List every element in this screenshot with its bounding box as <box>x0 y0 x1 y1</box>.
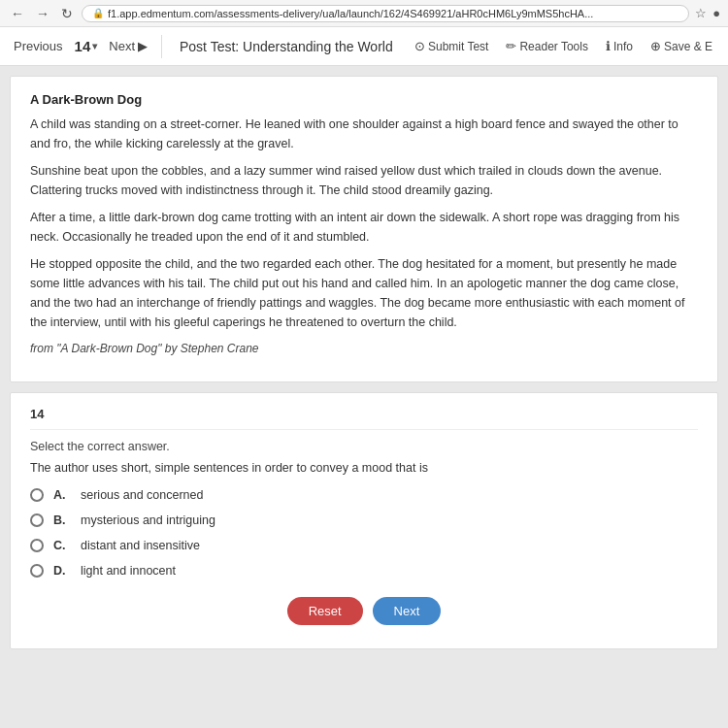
main-content: A Dark-Brown Dog A child was standing on… <box>0 66 728 728</box>
next-button[interactable]: Next ▶ <box>105 37 151 55</box>
address-bar[interactable]: 🔒 f1.app.edmentum.com/assessments-delive… <box>82 5 689 22</box>
answer-option-a[interactable]: A. serious and concerned <box>30 488 698 502</box>
answer-option-c[interactable]: C. distant and insensitive <box>30 539 698 552</box>
radio-b[interactable] <box>30 513 44 527</box>
previous-button[interactable]: Previous <box>10 37 67 55</box>
divider-1 <box>161 35 162 58</box>
toolbar: Previous 14 ▾ Next ▶ Post Test: Understa… <box>0 27 728 66</box>
action-buttons: Reset Next <box>30 597 698 635</box>
option-letter-c: C. <box>53 539 71 552</box>
option-letter-b: B. <box>53 513 71 527</box>
info-icon: ℹ <box>606 39 611 53</box>
passage-paragraph-3: After a time, a little dark-brown dog ca… <box>30 208 698 247</box>
bookmark-icon[interactable]: ☆ <box>695 6 707 20</box>
question-number-display: 14 ▾ <box>75 38 98 54</box>
option-text-d: light and innocent <box>81 564 176 578</box>
passage-paragraph-4: He stopped opposite the child, and the t… <box>30 254 698 332</box>
info-label: Info <box>613 40 633 53</box>
url-text: f1.app.edmentum.com/assessments-delivery… <box>108 8 678 19</box>
reader-tools-button[interactable]: ✏ Reader Tools <box>500 37 594 55</box>
radio-c[interactable] <box>30 539 44 552</box>
passage-paragraph-1: A child was standing on a street-corner.… <box>30 115 698 153</box>
question-prompt: The author uses short, simple sentences … <box>30 461 698 475</box>
option-text-a: serious and concerned <box>81 488 203 502</box>
question-number-label: 14 <box>30 407 698 430</box>
option-letter-a: A. <box>53 488 71 502</box>
radio-d[interactable] <box>30 564 44 578</box>
save-icon: ⊕ <box>650 39 661 53</box>
reader-icon: ✏ <box>506 39 516 53</box>
next-arrow-icon: ▶ <box>138 39 148 53</box>
save-button[interactable]: ⊕ Save & E <box>645 37 718 55</box>
answer-option-d[interactable]: D. light and innocent <box>30 564 698 578</box>
next-label: Next <box>109 39 135 53</box>
passage-card: A Dark-Brown Dog A child was standing on… <box>10 76 718 382</box>
answer-option-b[interactable]: B. mysterious and intriguing <box>30 513 698 527</box>
option-text-c: distant and insensitive <box>81 539 200 552</box>
toolbar-right: ⊙ Submit Test ✏ Reader Tools ℹ Info ⊕ Sa… <box>409 37 718 55</box>
lock-icon: 🔒 <box>92 8 104 18</box>
reload-button[interactable]: ↻ <box>58 6 76 21</box>
question-num-value: 14 <box>75 38 91 54</box>
browser-icons: ☆ ● <box>695 6 720 20</box>
question-instruction: Select the correct answer. <box>30 440 698 453</box>
back-button[interactable]: ← <box>8 6 27 21</box>
option-letter-d: D. <box>53 564 71 578</box>
option-text-b: mysterious and intriguing <box>81 513 215 527</box>
passage-text: A child was standing on a street-corner.… <box>30 115 698 358</box>
info-button[interactable]: ℹ Info <box>600 37 639 55</box>
previous-label: Previous <box>14 39 63 53</box>
test-title: Post Test: Understanding the World <box>180 39 393 54</box>
passage-source: from "A Dark-Brown Dog" by Stephen Crane <box>30 340 698 358</box>
passage-title: A Dark-Brown Dog <box>30 92 698 107</box>
question-card: 14 Select the correct answer. The author… <box>10 392 718 649</box>
browser-bar: ← → ↻ 🔒 f1.app.edmentum.com/assessments-… <box>0 0 728 27</box>
radio-a[interactable] <box>30 488 44 502</box>
next-question-button[interactable]: Next <box>373 597 442 625</box>
submit-icon: ⊙ <box>414 39 425 53</box>
profile-icon[interactable]: ● <box>712 6 720 20</box>
save-label: Save & E <box>664 40 712 53</box>
passage-paragraph-2: Sunshine beat upon the cobbles, and a la… <box>30 161 698 200</box>
reset-button[interactable]: Reset <box>287 597 363 625</box>
forward-button[interactable]: → <box>33 6 52 21</box>
dropdown-arrow-icon[interactable]: ▾ <box>92 41 97 51</box>
submit-test-button[interactable]: ⊙ Submit Test <box>409 37 494 55</box>
reader-label: Reader Tools <box>519 40 588 53</box>
submit-label: Submit Test <box>428 40 488 53</box>
